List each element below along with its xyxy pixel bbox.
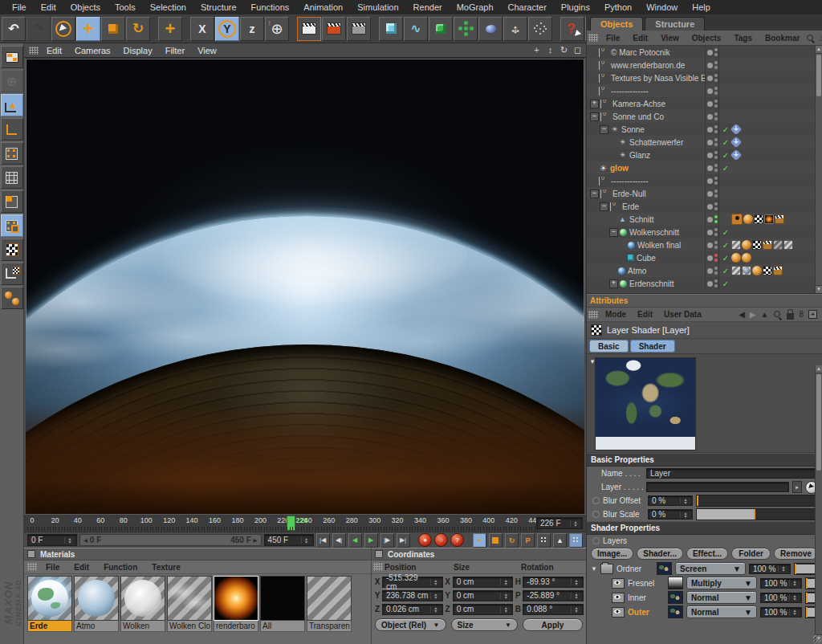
tree-row[interactable]: Schattenwerfer✓ <box>587 136 822 149</box>
tree-row[interactable]: Cube✓ <box>587 251 822 264</box>
menu-edit[interactable]: Edit <box>34 2 63 12</box>
visibility-dots[interactable] <box>714 254 718 262</box>
material-item[interactable]: All <box>260 576 305 632</box>
play-icon[interactable]: ▶ <box>364 533 378 548</box>
grip-icon[interactable] <box>588 34 598 42</box>
stripes-tag-icon[interactable] <box>731 266 741 275</box>
size-spinner[interactable]: ▴▾ <box>500 606 509 613</box>
visibility-dots[interactable] <box>714 61 718 69</box>
deformer-icon[interactable] <box>478 17 503 41</box>
layer-dot[interactable] <box>707 255 713 261</box>
model-mode-icon[interactable] <box>1 94 23 116</box>
position-spinner[interactable]: ▴▾ <box>430 606 439 613</box>
expander-icon[interactable]: + <box>590 100 599 108</box>
range-end-field[interactable]: 450 F ▴▾ <box>264 534 314 546</box>
visibility-dots[interactable] <box>714 151 718 159</box>
material-thumbnail[interactable] <box>307 576 352 621</box>
tab-basic[interactable]: Basic <box>589 340 629 353</box>
blur-offset-anim-dot[interactable] <box>592 497 600 504</box>
coordinates-titlebar[interactable]: Coordinates <box>372 548 586 560</box>
coord-system-icon[interactable] <box>265 17 289 41</box>
objects-menu-objects[interactable]: Objects <box>686 34 728 43</box>
rotation-spinner[interactable]: ▴▾ <box>571 593 580 599</box>
selection-pointer-icon[interactable]: ▲ <box>553 533 567 548</box>
layer-dot[interactable] <box>707 243 713 248</box>
layers-anim-dot[interactable] <box>592 537 600 544</box>
autokey-icon[interactable]: ○ <box>434 533 448 547</box>
stripes2-tag-icon[interactable] <box>773 240 783 250</box>
convert-icon[interactable] <box>1 70 23 92</box>
opacity-spinner[interactable]: ▴▾ <box>789 580 798 586</box>
stripes-tag-icon[interactable] <box>783 240 793 250</box>
size-spinner[interactable]: ▴▾ <box>500 593 509 599</box>
menu-objects[interactable]: Objects <box>63 2 108 12</box>
layer-name[interactable]: Ordner <box>616 565 653 573</box>
layer-dot[interactable] <box>707 75 713 81</box>
blur-scale-field[interactable]: 0 % ▴▾ <box>648 509 693 520</box>
record-options-icon[interactable]: ? <box>450 533 464 547</box>
objects-menu-tags[interactable]: Tags <box>727 34 759 43</box>
button-shader[interactable]: Shader... <box>637 548 683 560</box>
timeline-range-slider[interactable]: ◂ 0 F 450 F ▸ <box>79 534 262 546</box>
expander-icon[interactable]: + <box>609 279 618 288</box>
texture-axis-icon[interactable] <box>1 263 23 285</box>
spline-icon[interactable] <box>404 17 428 41</box>
layer-dot[interactable] <box>707 127 713 132</box>
objects-menu-edit[interactable]: Edit <box>626 34 654 43</box>
position-field[interactable]: 0.026 cm▴▾ <box>382 604 443 615</box>
size-field[interactable]: 0 cm▴▾ <box>453 590 514 601</box>
visibility-dots[interactable] <box>714 125 718 133</box>
grip-icon[interactable] <box>27 563 37 571</box>
position-field[interactable]: 236.738 cm▴▾ <box>382 590 443 601</box>
layer-dot[interactable] <box>707 178 713 184</box>
layer-dot[interactable] <box>707 50 713 55</box>
range-start-field[interactable]: 0 F ▴▾ <box>27 534 77 546</box>
visibility-dots[interactable] <box>714 267 718 275</box>
expander-icon[interactable]: − <box>590 112 599 121</box>
dolly-view-icon[interactable]: ↕ <box>545 45 555 55</box>
shader-layer-row[interactable]: ▼OrdnerScreen▼100 %▴▾ <box>587 561 822 576</box>
objects-menu-view[interactable]: View <box>654 34 686 43</box>
home-icon[interactable]: ⌂ <box>819 33 822 43</box>
range-end-spinner[interactable]: ▴▾ <box>301 537 310 544</box>
clapper-tag-icon[interactable] <box>775 214 784 224</box>
tree-row[interactable]: © Marc Potocnik <box>587 46 822 59</box>
layer-name[interactable]: Fresnel <box>628 579 665 588</box>
layer-dot[interactable] <box>707 101 713 107</box>
blur-scale-anim-dot[interactable] <box>592 511 600 518</box>
rotation-field[interactable]: 0.088 °▴▾ <box>523 604 584 615</box>
expander-icon[interactable]: − <box>600 202 608 211</box>
menu-tools[interactable]: Tools <box>108 2 143 12</box>
viewport-menu-filter[interactable]: Filter <box>159 46 191 55</box>
tree-row[interactable]: glow✓ <box>587 161 822 174</box>
next-key-icon[interactable]: |▶ <box>380 533 394 548</box>
tree-row[interactable]: Schnitt <box>587 213 822 226</box>
tree-row[interactable]: -------------- <box>587 84 822 97</box>
eye-icon[interactable] <box>612 607 625 618</box>
opacity-spinner[interactable]: ▴▾ <box>778 565 787 572</box>
move-icon[interactable] <box>76 17 100 41</box>
rotation-spinner[interactable]: ▴▾ <box>571 606 580 613</box>
polygon-mode-icon[interactable] <box>1 190 23 213</box>
shader-layer-row[interactable]: InnerNormal▼100 %▴▾ <box>587 590 822 605</box>
checker-tag-icon[interactable] <box>754 214 763 224</box>
materials-menu-function[interactable]: Function <box>96 563 144 572</box>
tab-objects[interactable]: Objects <box>590 17 643 31</box>
checker-tag-icon[interactable] <box>763 266 772 275</box>
up-icon[interactable]: ▲ <box>761 310 769 319</box>
tree-row[interactable]: −Wolkenschnitt✓ <box>587 226 822 238</box>
attributes-menu-user-data[interactable]: User Data <box>658 310 707 319</box>
grip-icon[interactable] <box>29 47 39 55</box>
y-axis-icon[interactable] <box>215 17 239 41</box>
objects-menu-file[interactable]: File <box>600 34 626 43</box>
menu-selection[interactable]: Selection <box>143 2 193 12</box>
link-icon[interactable]: 8 <box>799 310 804 319</box>
render-settings-icon[interactable] <box>322 17 346 41</box>
glowtex-tag-icon[interactable] <box>764 214 774 224</box>
live-selection-icon[interactable] <box>51 17 75 41</box>
layer-dot[interactable] <box>707 63 713 68</box>
material-thumbnail[interactable] <box>120 576 165 621</box>
scroll-up-icon[interactable]: ▲ <box>816 46 822 54</box>
size-mode-dropdown[interactable]: Size▼ <box>451 618 518 631</box>
attributes-menu-edit[interactable]: Edit <box>632 310 658 319</box>
